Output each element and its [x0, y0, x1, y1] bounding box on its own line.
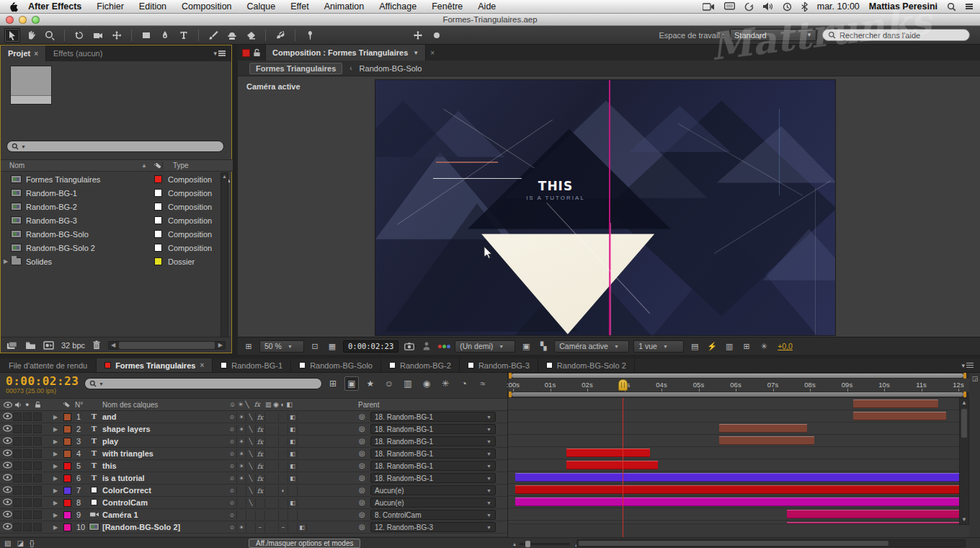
- switch-blend[interactable]: [270, 449, 279, 459]
- notification-center-icon[interactable]: [966, 3, 973, 11]
- menu-item-animation[interactable]: Animation: [324, 1, 365, 12]
- switch-quality[interactable]: ╲: [246, 412, 256, 422]
- expand-arrow-icon[interactable]: ▶: [53, 475, 58, 482]
- menu-item-edition[interactable]: Edition: [139, 1, 166, 12]
- layer-color-swatch[interactable]: [63, 511, 71, 519]
- layer-row[interactable]: ▶8ControlCam☺╲◧◎Aucun(e)▼: [0, 497, 507, 509]
- timeline-search-input[interactable]: ▼: [84, 378, 322, 389]
- parent-select[interactable]: 18. Random-BG-1▼: [370, 412, 496, 422]
- project-item-name[interactable]: Solides: [26, 257, 154, 266]
- visibility-eye-icon[interactable]: [3, 425, 12, 432]
- switch-blend[interactable]: [270, 425, 279, 434]
- axis-mode-local-icon[interactable]: [410, 28, 426, 43]
- menu-item-calque[interactable]: Calque: [247, 1, 276, 12]
- project-item-name[interactable]: Formes Triangulaires: [26, 175, 154, 184]
- roto-brush-tool[interactable]: [272, 28, 288, 43]
- audio-cell[interactable]: [13, 412, 22, 421]
- lock-icon[interactable]: [253, 48, 261, 57]
- breadcrumb-parent[interactable]: Random-BG-Solo: [360, 64, 422, 73]
- layer-color-swatch[interactable]: [63, 450, 71, 458]
- tab-effects[interactable]: Effets (aucun): [46, 45, 110, 61]
- show-snapshot-icon[interactable]: [420, 340, 433, 353]
- parent-pickwhip-icon[interactable]: ◎: [359, 412, 365, 420]
- layer-color-swatch[interactable]: [63, 474, 71, 482]
- project-item-name[interactable]: Random-BG-2: [26, 203, 154, 211]
- spotlight-icon[interactable]: [947, 2, 956, 12]
- layer-duration-bar[interactable]: [515, 498, 964, 506]
- comp-label-swatch[interactable]: [242, 49, 250, 57]
- switch-cube[interactable]: ◧: [298, 523, 307, 532]
- switch-quality[interactable]: ╲: [246, 461, 256, 471]
- auto-keyframe-icon[interactable]: ◔: [457, 376, 471, 391]
- layer-name[interactable]: shape layers: [102, 425, 151, 433]
- switch-fx[interactable]: fx: [256, 425, 265, 434]
- trash-icon[interactable]: [92, 340, 101, 350]
- brainstorm-icon[interactable]: ✳: [438, 376, 453, 391]
- layer-name[interactable]: and: [102, 412, 117, 421]
- expand-transfer-controls-icon[interactable]: ◪: [17, 539, 23, 547]
- switch-shy[interactable]: ☺: [228, 461, 237, 471]
- label-tag-icon[interactable]: [153, 162, 162, 169]
- switch-collapse[interactable]: ☀: [237, 523, 246, 532]
- solo-cell[interactable]: [23, 523, 32, 531]
- menu-item-affichage[interactable]: Affichage: [379, 1, 416, 12]
- tab-composition[interactable]: Composition : Formes Triangulaires ▼: [265, 45, 426, 61]
- expand-arrow-icon[interactable]: ▶: [53, 500, 58, 506]
- switch-fx[interactable]: [256, 511, 265, 520]
- disclosure-triangle[interactable]: ▶: [1, 258, 11, 265]
- layer-duration-bar[interactable]: [853, 412, 946, 420]
- switch-shy[interactable]: ☺: [228, 412, 237, 422]
- magnification-select[interactable]: 50 %▼: [259, 340, 304, 353]
- audio-cell[interactable]: [13, 425, 22, 433]
- timeline-horizontal-scrollbar[interactable]: [576, 539, 966, 547]
- type-tool[interactable]: [176, 28, 192, 43]
- timeline-tab-random-bg-1[interactable]: Random-BG-1: [213, 358, 291, 372]
- work-area-bar[interactable]: [508, 392, 969, 397]
- close-icon[interactable]: ×: [34, 50, 38, 58]
- expand-arrow-icon[interactable]: ▶: [53, 451, 58, 457]
- interpret-footage-icon[interactable]: [6, 341, 18, 350]
- layer-duration-bar[interactable]: [719, 424, 807, 433]
- solo-cell[interactable]: [23, 449, 32, 458]
- layer-name[interactable]: ControlCam: [102, 498, 148, 507]
- parent-pickwhip-icon[interactable]: ◎: [359, 511, 365, 518]
- timeline-tab-random-bg-solo[interactable]: Random-BG-Solo: [291, 358, 381, 372]
- switch-bminus[interactable]: −: [279, 523, 288, 532]
- new-composition-icon[interactable]: [43, 341, 54, 350]
- show-channels-icon[interactable]: [437, 340, 450, 353]
- help-search-input[interactable]: Rechercher dans l'aide: [822, 29, 970, 41]
- solo-cell[interactable]: [23, 486, 32, 495]
- switch-collapse[interactable]: ☀: [237, 425, 246, 434]
- displays-icon[interactable]: [724, 2, 735, 11]
- audio-cell[interactable]: [13, 461, 22, 470]
- switch-collapse[interactable]: [237, 511, 246, 520]
- layer-duration-bar[interactable]: [719, 436, 814, 445]
- solo-cell[interactable]: [23, 412, 32, 421]
- layer-row[interactable]: ▶5Tthis☺☀╲fx◧◎18. Random-BG-1▼: [0, 460, 507, 472]
- current-timecode[interactable]: 0:00:02:23: [6, 374, 79, 388]
- switch-quality[interactable]: ╲: [246, 474, 256, 483]
- axis-mode-view-icon[interactable]: [447, 28, 463, 43]
- menu-item-composition[interactable]: Composition: [182, 1, 231, 12]
- safe-margins-icon[interactable]: ⊡: [308, 340, 321, 353]
- switch-collapse[interactable]: ☀: [237, 461, 246, 471]
- live-update-icon[interactable]: ▣: [344, 376, 359, 391]
- lock-cell[interactable]: [33, 461, 42, 470]
- transparency-grid-icon[interactable]: ▚: [537, 340, 550, 353]
- scroll-up-icon[interactable]: ▲: [960, 399, 968, 407]
- playhead-handle[interactable]: [618, 379, 628, 391]
- switch-adj[interactable]: [279, 437, 288, 446]
- track-row[interactable]: [508, 435, 969, 447]
- switch-cube[interactable]: ◧: [288, 461, 298, 471]
- switch-fx[interactable]: fx: [256, 412, 265, 422]
- layer-row[interactable]: ▶9Caméra 1☺◎8. ControlCam▼: [0, 509, 507, 521]
- parent-pickwhip-icon[interactable]: ◎: [359, 437, 365, 445]
- lock-cell[interactable]: [33, 425, 42, 433]
- switch-blend[interactable]: [270, 511, 279, 520]
- solo-cell[interactable]: [23, 474, 32, 482]
- switch-fx[interactable]: [256, 523, 265, 532]
- audio-cell[interactable]: [13, 511, 22, 519]
- reset-exposure-icon[interactable]: ⚡: [705, 340, 718, 353]
- track-row[interactable]: [508, 484, 969, 496]
- tab-render-queue[interactable]: File d'attente de rendu: [0, 358, 97, 372]
